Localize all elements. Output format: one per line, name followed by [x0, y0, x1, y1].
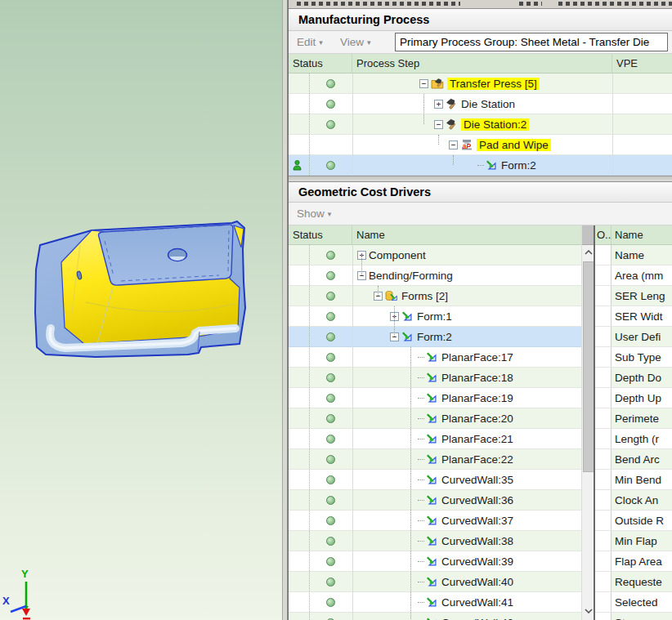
horizontal-splitter[interactable] [289, 176, 672, 181]
process-row[interactable]: −aPPad and Wipe [289, 135, 672, 155]
gcd-tree-row[interactable]: CurvedWall:40 [289, 572, 581, 592]
column-header-o[interactable]: O... [595, 225, 612, 244]
process-step-cell: Form:2 [352, 155, 672, 175]
gcd-tree-row[interactable]: −Forms [2] [289, 286, 581, 306]
property-row[interactable]: Outside R [595, 511, 672, 531]
show-menu-button[interactable]: Show ▾ [297, 203, 331, 225]
sheet-metal-part[interactable] [0, 0, 282, 620]
property-o-cell [595, 265, 612, 285]
gcd-tree-row[interactable]: PlanarFace:21 [289, 429, 581, 449]
row-gutter [289, 531, 309, 551]
property-row[interactable]: Name [595, 245, 672, 265]
view-menu-button[interactable]: View ▾ [340, 31, 371, 53]
property-row[interactable]: Clock An [595, 490, 672, 511]
gcd-name-cell: PlanarFace:18 [352, 368, 581, 387]
expand-icon[interactable]: + [390, 312, 399, 321]
gcd-tree-row[interactable]: −Form:2 [289, 327, 581, 347]
process-row[interactable]: −Die Station:2aPriori Bas [289, 114, 672, 135]
right-panel-area: Manufacturing Process Edit ▾ View ▾ Stat… [288, 0, 672, 620]
scrollbar-thumb[interactable] [583, 261, 594, 472]
property-row[interactable]: Min Flap [595, 531, 672, 551]
gcd-tree-row[interactable]: CurvedWall:42 [289, 613, 581, 620]
property-row[interactable]: Flap Area [595, 551, 672, 572]
process-group-input[interactable] [395, 33, 668, 51]
properties-header: O... Name [595, 225, 672, 245]
process-row[interactable]: Form:2aPriori Bas [289, 155, 672, 176]
manufacturing-process-header: Manufacturing Process [289, 8, 672, 31]
gcd-name-cell: CurvedWall:36 [352, 490, 581, 510]
column-header-vpe[interactable]: VPE [612, 54, 672, 73]
property-row[interactable]: Selected [595, 592, 672, 613]
gcd-tree-row[interactable]: PlanarFace:17 [289, 347, 581, 368]
gcd-name-cell: −Forms [2] [352, 286, 581, 306]
gcd-tree-row[interactable]: CurvedWall:36 [289, 490, 581, 511]
property-row[interactable]: User Defi [595, 327, 672, 347]
gcd-tree-row[interactable]: CurvedWall:39 [289, 551, 581, 572]
collapse-icon[interactable]: − [419, 79, 428, 88]
gcd-tree-row[interactable]: PlanarFace:19 [289, 388, 581, 408]
property-row[interactable]: Sta [595, 613, 672, 620]
property-name-cell: Requeste [612, 572, 672, 591]
gcd-tree-row[interactable]: PlanarFace:22 [289, 449, 581, 470]
edit-menu-button[interactable]: Edit ▾ [297, 31, 323, 53]
property-row[interactable]: Requeste [595, 572, 672, 592]
collapse-icon[interactable]: − [390, 332, 399, 341]
property-row[interactable]: Area (mm [595, 265, 672, 286]
column-header-name[interactable]: Name [612, 225, 672, 244]
process-row[interactable]: −Transfer Press [5]aPriori Bas [289, 74, 672, 94]
expand-icon[interactable]: + [357, 251, 366, 260]
gcd-tree-row[interactable]: +Component [289, 245, 581, 265]
gcd-tree-row[interactable]: CurvedWall:38 [289, 531, 581, 551]
property-row[interactable]: Bend Arc [595, 449, 672, 470]
gcd-tree-row[interactable]: −Bending/Forming [289, 265, 581, 286]
gcd-label: PlanarFace:22 [441, 453, 513, 466]
gcd-label: Form:1 [417, 310, 452, 323]
property-name-cell: Flap Area [612, 551, 672, 571]
process-row[interactable]: +Die StationaPriori Bas [289, 94, 672, 114]
column-header-process-step[interactable]: Process Step [352, 54, 612, 73]
collapse-icon[interactable]: − [449, 141, 458, 149]
column-header-status[interactable]: Status [289, 54, 352, 73]
part-top-face[interactable] [99, 225, 234, 285]
collapse-icon[interactable]: − [434, 120, 443, 129]
status-dot-green [326, 100, 335, 109]
expand-icon[interactable]: + [434, 100, 443, 109]
property-row[interactable]: Perimete [595, 408, 672, 429]
property-row[interactable]: Sub Type [595, 347, 672, 368]
column-header-status[interactable]: Status [289, 225, 352, 244]
row-gutter [289, 470, 309, 489]
collapse-icon[interactable]: − [357, 271, 366, 280]
property-row[interactable]: Depth Do [595, 368, 672, 388]
form-icon [426, 617, 438, 620]
property-row[interactable]: SER Widt [595, 306, 672, 327]
status-dot-green [326, 292, 335, 301]
property-o-cell [595, 327, 612, 346]
property-o-cell [595, 368, 612, 387]
gcd-tree-row[interactable]: +Form:1 [289, 306, 581, 327]
property-row[interactable]: Min Bend [595, 470, 672, 490]
gcd-tree-row[interactable]: PlanarFace:20 [289, 408, 581, 429]
property-o-cell [595, 592, 612, 612]
form-icon [426, 372, 438, 384]
tree-elbow [418, 479, 424, 480]
process-step-label: Pad and Wipe [477, 139, 551, 151]
gcd-name-cell: PlanarFace:19 [352, 388, 581, 408]
property-row[interactable]: Length (r [595, 429, 672, 449]
gcd-tree-row[interactable]: PlanarFace:18 [289, 368, 581, 388]
column-header-name[interactable]: Name [352, 225, 581, 244]
gcd-name-cell: PlanarFace:22 [352, 449, 581, 469]
collapse-icon[interactable]: − [374, 292, 383, 301]
property-row[interactable]: Depth Up [595, 388, 672, 408]
property-o-cell [595, 408, 612, 428]
property-o-cell [595, 572, 612, 591]
gcd-tree-row[interactable]: CurvedWall:35 [289, 470, 581, 490]
gcd-tree-row[interactable]: CurvedWall:41 [289, 592, 581, 613]
property-row[interactable]: SER Leng [595, 286, 672, 306]
gcd-tree-row[interactable]: CurvedWall:37 [289, 511, 581, 531]
gcd-label: Forms [2] [401, 290, 448, 302]
vertical-splitter[interactable] [282, 0, 288, 620]
axis-triad: Y X [2, 564, 51, 620]
row-gutter [289, 135, 309, 154]
row-gutter [289, 286, 309, 306]
3d-viewport[interactable]: Y X [0, 0, 282, 620]
